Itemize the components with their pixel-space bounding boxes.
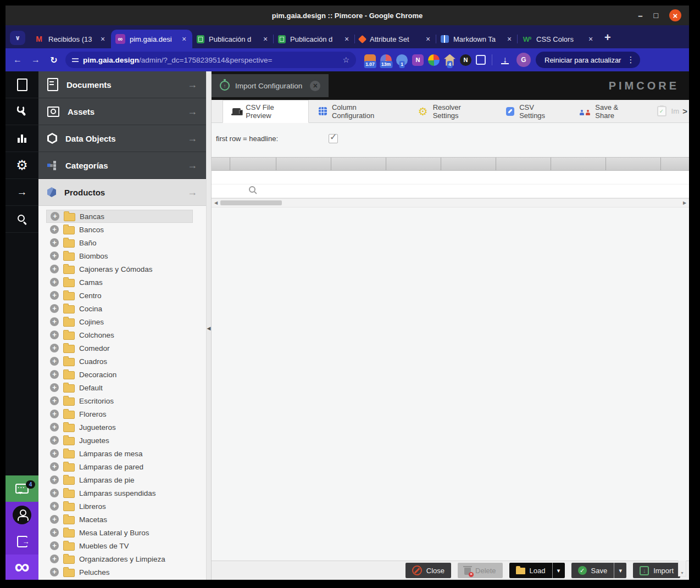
table-cell[interactable] bbox=[605, 184, 660, 198]
tree-item[interactable]: Libreros bbox=[46, 500, 193, 513]
table-cell[interactable] bbox=[212, 184, 230, 198]
back-icon[interactable] bbox=[11, 55, 24, 65]
expand-plus-icon[interactable] bbox=[50, 555, 59, 563]
tree-item[interactable]: Lámparas suspendidas bbox=[46, 486, 193, 500]
expand-plus-icon[interactable] bbox=[50, 251, 59, 260]
expand-plus-icon[interactable] bbox=[50, 489, 59, 497]
window-titlebar[interactable]: pim.gaia.design :: Pimcore - Google Chro… bbox=[5, 5, 689, 25]
extension-button[interactable]: 13m bbox=[380, 54, 392, 66]
tab-close-icon[interactable] bbox=[180, 35, 188, 43]
subtab-scroll-right-icon[interactable] bbox=[682, 100, 687, 122]
table-cell[interactable] bbox=[441, 171, 496, 184]
column-header[interactable] bbox=[276, 158, 331, 170]
sidebar-item-categorias[interactable]: Categorías bbox=[38, 152, 206, 179]
column-header[interactable] bbox=[551, 158, 605, 170]
tree-item[interactable]: Baño bbox=[46, 236, 193, 249]
table-cell[interactable] bbox=[276, 171, 331, 184]
table-cell[interactable] bbox=[441, 184, 496, 198]
expand-plus-icon[interactable] bbox=[50, 528, 59, 537]
scroll-left-icon[interactable] bbox=[213, 199, 219, 207]
expand-plus-icon[interactable] bbox=[50, 568, 59, 576]
expand-plus-icon[interactable] bbox=[50, 304, 59, 313]
address-bar[interactable]: pim.gaia.design/admin/?_dc=1758239514&pe… bbox=[65, 52, 356, 68]
load-menu-caret[interactable] bbox=[552, 563, 565, 578]
collapse-left-icon[interactable] bbox=[207, 326, 211, 331]
tree-item[interactable]: Bancos bbox=[46, 223, 193, 236]
column-header[interactable] bbox=[230, 158, 276, 170]
table-horizontal-scrollbar[interactable] bbox=[212, 198, 689, 208]
new-tab-button[interactable] bbox=[604, 31, 611, 44]
column-header[interactable] bbox=[386, 158, 441, 170]
window-close-button[interactable] bbox=[669, 9, 681, 21]
expand-plus-icon[interactable] bbox=[50, 317, 59, 326]
tree-item[interactable]: Mesa Lateral y Buros bbox=[46, 526, 193, 539]
tab-close-icon[interactable] bbox=[587, 35, 595, 43]
tree-item[interactable]: Jugueteros bbox=[46, 421, 193, 434]
delete-button[interactable]: Delete bbox=[458, 563, 503, 578]
tree-item[interactable]: Peluches bbox=[46, 565, 193, 579]
user-profile-button[interactable] bbox=[5, 502, 38, 528]
tree-item[interactable]: Cojines bbox=[46, 315, 193, 328]
import-button[interactable]: Import bbox=[633, 563, 680, 578]
reload-icon[interactable] bbox=[47, 55, 60, 65]
browser-tab[interactable]: M Recibidos (13 bbox=[30, 30, 111, 48]
tree-item[interactable]: Bancas bbox=[46, 210, 193, 223]
expand-plus-icon[interactable] bbox=[50, 331, 59, 339]
table-cell[interactable] bbox=[212, 171, 230, 184]
first-row-headline-checkbox[interactable] bbox=[329, 134, 338, 143]
save-menu-caret[interactable] bbox=[614, 563, 626, 578]
table-cell[interactable] bbox=[660, 184, 689, 198]
tree-item[interactable]: Macetas bbox=[46, 513, 193, 526]
extension-button[interactable] bbox=[476, 55, 486, 65]
sidebar-item-documents[interactable]: Documents bbox=[38, 71, 206, 98]
extension-button[interactable]: 4 bbox=[444, 54, 455, 66]
table-cell[interactable] bbox=[496, 184, 551, 198]
expand-plus-icon[interactable] bbox=[50, 410, 59, 418]
strip-search-button[interactable] bbox=[5, 206, 38, 233]
strip-reports-button[interactable] bbox=[5, 125, 38, 152]
downloads-icon[interactable] bbox=[498, 55, 512, 65]
expand-plus-icon[interactable] bbox=[50, 265, 59, 273]
tree-item[interactable]: Comedor bbox=[46, 341, 193, 355]
table-cell[interactable] bbox=[605, 171, 660, 184]
table-cell[interactable] bbox=[386, 184, 441, 198]
expand-plus-icon[interactable] bbox=[50, 541, 59, 550]
scroll-right-icon[interactable] bbox=[681, 199, 688, 207]
extension-button[interactable]: N bbox=[460, 54, 471, 66]
browser-tab[interactable]: Publicación d bbox=[274, 30, 355, 48]
tree-item[interactable]: Default bbox=[46, 381, 193, 394]
column-header[interactable] bbox=[660, 158, 689, 170]
expand-plus-icon[interactable] bbox=[50, 502, 59, 511]
bookmark-star-icon[interactable] bbox=[342, 55, 349, 64]
expand-plus-icon[interactable] bbox=[50, 225, 59, 234]
tab-close-icon[interactable] bbox=[99, 35, 107, 43]
expand-plus-icon[interactable] bbox=[50, 423, 59, 432]
tab-search-button[interactable] bbox=[10, 31, 25, 45]
scroll-down-icon[interactable] bbox=[679, 569, 686, 576]
extension-button[interactable]: N bbox=[412, 54, 424, 66]
column-header[interactable] bbox=[212, 158, 230, 170]
tab-csv-file-preview[interactable]: CSV File Preview bbox=[223, 100, 309, 123]
tab-close-icon[interactable] bbox=[262, 35, 269, 43]
url-text[interactable]: pim.gaia.design/admin/?_dc=1758239514&pe… bbox=[83, 56, 338, 64]
scrollbar-thumb[interactable] bbox=[220, 200, 282, 205]
browser-tab[interactable]: Attribute Set bbox=[355, 30, 436, 48]
table-cell[interactable] bbox=[386, 171, 441, 184]
expand-plus-icon[interactable] bbox=[50, 515, 59, 524]
expand-plus-icon[interactable] bbox=[50, 436, 59, 445]
expand-plus-icon[interactable] bbox=[51, 212, 59, 221]
browser-tab[interactable]: W³ CSS Colors bbox=[518, 30, 599, 48]
sidebar-item-assets[interactable]: Assets bbox=[38, 98, 206, 125]
extension-button[interactable] bbox=[428, 54, 440, 66]
tree-item[interactable]: Juguetes bbox=[46, 434, 193, 447]
column-header[interactable] bbox=[605, 158, 660, 170]
expand-plus-icon[interactable] bbox=[50, 462, 59, 471]
expand-plus-icon[interactable] bbox=[50, 475, 59, 484]
expand-plus-icon[interactable] bbox=[50, 383, 59, 392]
expand-plus-icon[interactable] bbox=[50, 291, 59, 300]
tree-item[interactable]: Biombos bbox=[46, 249, 193, 262]
profile-avatar[interactable]: G bbox=[516, 53, 531, 67]
tree-item[interactable]: Organizadores y Limpieza bbox=[46, 552, 193, 565]
tab-csv-settings[interactable]: CSV Settings bbox=[496, 100, 570, 122]
tree-item[interactable]: Decoracion bbox=[46, 368, 193, 381]
